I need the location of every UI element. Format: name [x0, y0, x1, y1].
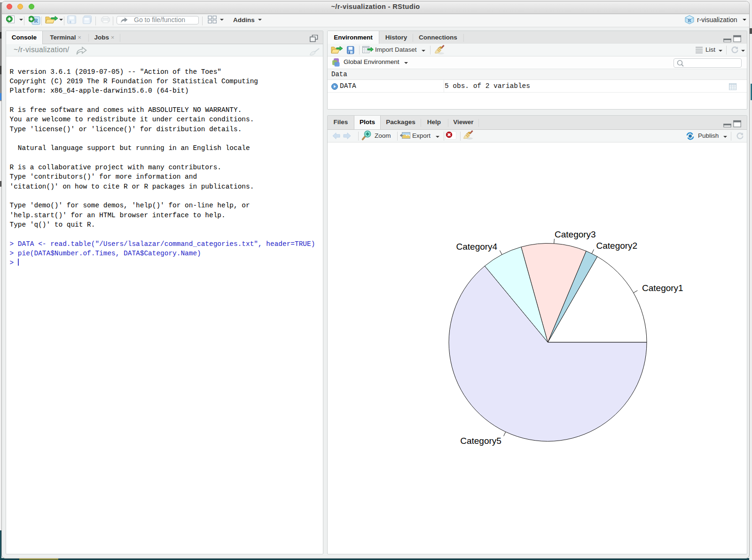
svg-text:Category2: Category2 [596, 241, 638, 251]
svg-text:Category4: Category4 [456, 242, 498, 252]
svg-text:R: R [688, 18, 691, 23]
svg-text:Category1: Category1 [642, 283, 683, 293]
svg-text:Category3: Category3 [555, 229, 596, 239]
svg-text:R: R [34, 17, 38, 24]
svg-text:Category5: Category5 [460, 436, 501, 446]
